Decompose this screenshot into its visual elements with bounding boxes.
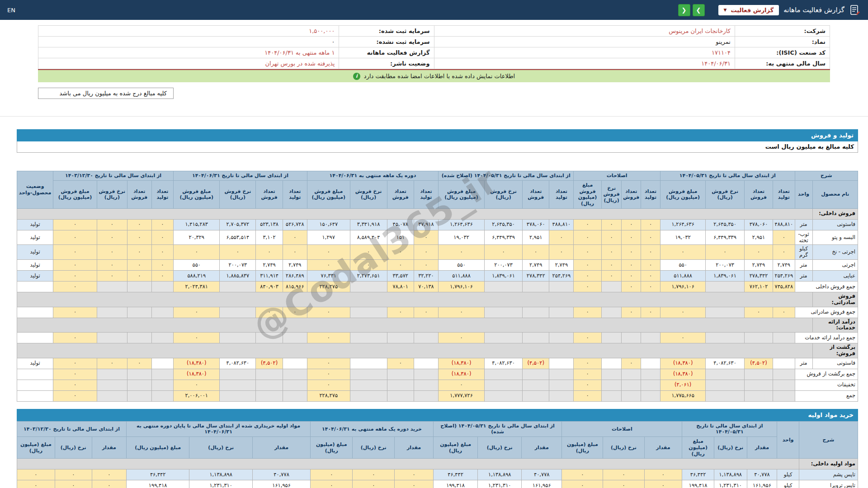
sum-label-cell: جمع درآمد ارائه خدمات <box>795 333 858 343</box>
cell: ۰ <box>97 230 127 245</box>
cell <box>350 380 387 390</box>
cell: ۰ <box>549 230 574 245</box>
cell: ۰ <box>603 480 644 488</box>
cell <box>97 307 127 318</box>
cell: ۳۲,۲۲۰ <box>414 270 439 281</box>
cell: ۰ <box>151 230 173 245</box>
cell <box>744 390 773 401</box>
cell: درآمد ارائه خدمات: <box>812 318 858 333</box>
cell: ۰ <box>97 358 127 369</box>
report-content: @Codal365_ir تولید و فروش کلیه مبالغ به … <box>17 129 858 488</box>
cell <box>387 333 414 343</box>
cell: ۴۶,۴۴۲ <box>126 469 189 480</box>
language-toggle-en[interactable]: EN <box>7 7 15 14</box>
cell: ۲۰۰,۰۷۳ <box>485 259 523 270</box>
company-label: شرکت: <box>735 26 830 37</box>
cell: ۶,۵۵۳,۵۱۴ <box>220 230 256 245</box>
symbol-value: نمرینو <box>434 37 735 47</box>
cell: ۰ <box>92 469 126 480</box>
cell <box>706 380 745 390</box>
group-header: از ابتدای سال مالی تا تاریخ ۱۴۰۴/۰۶/۳۱ <box>174 171 307 181</box>
cell: ۱,۷۹۶,۱۰۶ <box>660 281 705 292</box>
cell <box>17 292 813 307</box>
cell <box>485 333 523 343</box>
cell: ۰ <box>53 390 97 401</box>
cell: ۲,۶۴۵,۳۵۰ <box>706 219 745 230</box>
cell: ۷۶۲,۱۰۲ <box>744 281 773 292</box>
cell: ۵۵۰ <box>174 259 220 270</box>
sum-label-cell: جمع برگشت از فروش <box>795 369 858 380</box>
registered-capital-label: سرمایه ثبت شده: <box>339 26 434 37</box>
report-type-select[interactable]: گزارش فعالیت ▼ <box>718 5 779 15</box>
cell: ۱,۷۹۶,۱۰۶ <box>438 281 484 292</box>
cell: ۳۳,۵۷۲ <box>387 270 414 281</box>
table-row: فاستونیمتر۴۸۸,۸۱۰۴۷۸,۰۶۰۲,۶۴۵,۳۵۰۱,۲۶۴,۶… <box>17 219 858 230</box>
company-row: کد صنعت (ISIC): ۱۷۱۱۰۴ گزارش فعالیت ماها… <box>38 47 830 58</box>
cell <box>641 358 660 369</box>
cell: ۰ <box>307 380 350 390</box>
cell: اجرتی <box>812 259 858 270</box>
cell: تولید <box>17 358 53 369</box>
cell <box>151 281 173 292</box>
cell: ۰ <box>350 259 387 270</box>
cell <box>97 380 127 390</box>
company-name-link[interactable]: کارخانجات ایران مرینوس <box>434 26 735 37</box>
section-row: درآمد ارائه خدمات: <box>17 318 858 333</box>
cell: ۴۰,۷۷۸ <box>522 469 562 480</box>
cell <box>601 369 622 380</box>
previous-report-button[interactable]: ❮ <box>678 4 690 16</box>
cell: ۰ <box>660 333 705 343</box>
cell <box>485 390 523 401</box>
cell <box>485 307 523 318</box>
cell: (۱۸,۳۸۰) <box>660 369 705 380</box>
cell: ۲,۷۴۹ <box>283 259 307 270</box>
cell: ۰ <box>127 230 151 245</box>
table-row: البسه و پتوثوب-تخته۰۲,۹۵۱۶,۴۴۹,۳۳۹۱۹,۰۳۲… <box>17 230 858 245</box>
cell: ۰ <box>307 358 350 369</box>
cell: ۴۸۸,۸۱۰ <box>773 219 795 230</box>
cell: ۱۶۱,۹۵۶ <box>522 480 562 488</box>
cell: ۶,۴۴۹,۳۳۹ <box>706 230 745 245</box>
cell: ۰ <box>574 390 601 401</box>
cell: ۰ <box>601 219 622 230</box>
page-title: گزارش فعالیت ماهانه <box>783 6 844 14</box>
cell: ۰ <box>387 245 414 260</box>
cell: ۰ <box>307 245 350 260</box>
cell <box>127 369 151 380</box>
cell: (۱۸,۳۸۰) <box>438 369 484 380</box>
amounts-note-box: کلیه مبالغ درج شده به میلیون ریال می باش… <box>38 88 174 99</box>
cell: ۰ <box>744 307 773 318</box>
cell: ۰ <box>603 469 644 480</box>
cell: ۰ <box>438 245 484 260</box>
cell <box>151 380 173 390</box>
group-header: خرید دوره یک ماهه منتهی به ۱۴۰۴/۰۶/۳۱ <box>311 421 434 437</box>
cell <box>744 369 773 380</box>
cell <box>220 369 256 380</box>
cell: (۱۸,۳۸۰) <box>438 358 484 369</box>
cell: ۲۷۸,۳۴۲ <box>744 270 773 281</box>
cell: ۱,۲۳۱,۳۱۰ <box>478 480 522 488</box>
cell: ۰ <box>307 369 350 380</box>
cell: ۰ <box>438 333 484 343</box>
cell: ۰ <box>151 270 173 281</box>
cell: ۰ <box>414 245 439 260</box>
cell: ۱,۱۳۸,۸۹۸ <box>478 469 522 480</box>
cell <box>283 333 307 343</box>
cell <box>283 390 307 401</box>
next-report-button[interactable]: ❯ <box>693 4 705 16</box>
cell: ۱۵۰,۶۴۷ <box>307 219 350 230</box>
cell <box>601 358 622 369</box>
report-nav-buttons: ❯ ❮ <box>678 4 705 16</box>
cell: ۰ <box>53 307 97 318</box>
cell: ۲۰۰,۰۷۳ <box>220 259 256 270</box>
cell: ۱,۲۳۱,۳۱۰ <box>189 480 253 488</box>
cell: ۵۵۰ <box>438 259 484 270</box>
cell: ثوب-تخته <box>795 230 812 245</box>
cell: ۴۵,۰۷۸ <box>387 219 414 230</box>
group-header: از ابتدای سال مالی تا تاریخ ۱۴۰۳/۱۲/۳۰ <box>53 171 174 181</box>
cell: ۰ <box>574 333 601 343</box>
cell <box>601 281 622 292</box>
cell: ۰ <box>53 230 97 245</box>
subcol-header: مقدار <box>747 437 777 459</box>
cell: ۰ <box>622 219 641 230</box>
